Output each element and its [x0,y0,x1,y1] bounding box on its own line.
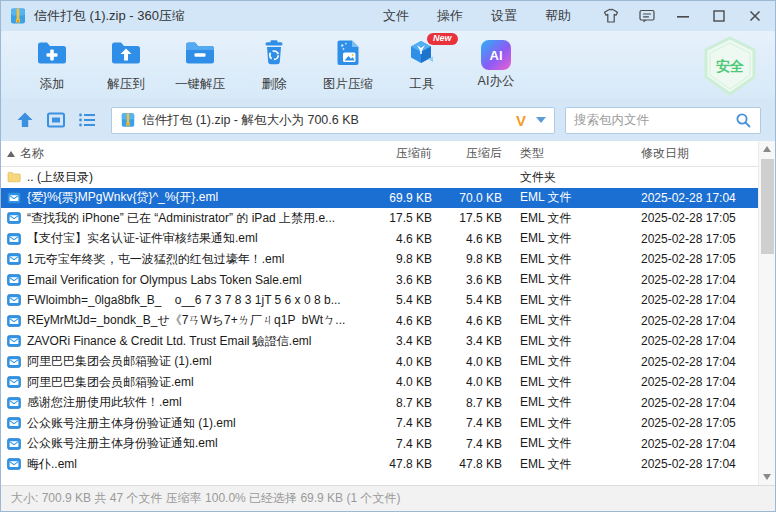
add-button[interactable]: 添加 [15,35,89,95]
image-compress-button[interactable]: 图片压缩 [311,35,385,95]
folder-plus-icon [34,37,70,73]
safety-shield-badge[interactable]: 安全 [699,35,761,101]
table-row[interactable]: 感谢您注册使用此软件！.eml 8.7 KB 8.7 KB EML 文件 202… [1,393,758,414]
title-bar: 信件打包 (1).zip - 360压缩 文件 操作 设置 帮助 [1,1,775,31]
file-name: 阿里巴巴集团会员邮箱验证.eml [27,374,194,391]
header-type[interactable]: 类型 [502,145,620,162]
file-name: REyMrMtJd=_bondk_B_せ《7ㄢWち7+ㄌ厂ㄐq1P bWtㄅ..… [27,312,345,329]
size-after: 3.6 KB [432,273,502,287]
table-row[interactable]: .. (上级目录) 文件夹 [1,167,758,188]
file-date: 2025-02-28 17:04 [620,314,758,328]
eml-file-icon [7,233,21,245]
file-name: Email Verification for Olympus Labs Toke… [27,273,302,287]
one-click-extract-button[interactable]: 一键解压 [163,35,237,95]
file-list-panel: 名称 压缩前 压缩后 类型 修改日期 .. (上级目录) [1,141,775,485]
delete-trash-icon [256,37,292,73]
size-before: 69.9 KB [360,191,432,205]
eml-file-icon [7,356,21,368]
header-date[interactable]: 修改日期 [620,145,758,162]
file-name: 公众账号注册主体身份验证通知 (1).eml [27,415,236,432]
file-type: EML 文件 [502,292,620,309]
vertical-scrollbar[interactable] [758,141,775,485]
toolbar-label: 解压到 [107,76,145,93]
file-type: 文件夹 [502,169,620,186]
scrollbar-thumb[interactable] [761,159,774,254]
file-name: “查找我的 iPhone” 已在 “Administrator” 的 iPad … [27,210,335,227]
file-name: FWloimbh=_0lga8bfk_B_ o__6 7 3 7 8 3 1jT… [27,293,341,307]
toolbar-label: AI办公 [478,73,515,90]
up-directory-icon[interactable] [15,109,36,131]
size-after: 5.4 KB [432,293,502,307]
size-after: 17.5 KB [432,211,502,225]
size-before: 17.5 KB [360,211,432,225]
file-date: 2025-02-28 17:04 [620,273,758,287]
header-size-after[interactable]: 压缩后 [432,145,502,162]
thumbnail-view-icon[interactable] [46,109,67,131]
table-row[interactable]: REyMrMtJd=_bondk_B_せ《7ㄢWち7+ㄌ厂ㄐq1P bWtㄅ..… [1,311,758,332]
size-after: 4.0 KB [432,355,502,369]
size-before: 4.6 KB [360,232,432,246]
feedback-icon[interactable] [637,6,657,26]
maximize-icon[interactable] [709,6,729,26]
file-date: 2025-02-28 17:04 [620,457,758,471]
header-size-before[interactable]: 压缩前 [360,145,432,162]
menu-settings[interactable]: 设置 [491,7,517,25]
menu-actions[interactable]: 操作 [437,7,463,25]
window-title: 信件打包 (1).zip - 360压缩 [34,7,185,25]
skin-theme-icon[interactable] [601,6,621,26]
eml-file-icon [7,458,21,470]
table-row[interactable]: 阿里巴巴集团会员邮箱验证 (1).eml 4.0 KB 4.0 KB EML 文… [1,352,758,373]
minimize-icon[interactable] [673,6,693,26]
file-type: EML 文件 [502,230,620,247]
file-name: ZAVORi Finance & Credit Ltd. Trust Email… [27,333,312,350]
file-name: 感谢您注册使用此软件！.eml [27,394,182,411]
menu-file[interactable]: 文件 [383,7,409,25]
table-row[interactable]: FWloimbh=_0lga8bfk_B_ o__6 7 3 7 8 3 1jT… [1,290,758,311]
table-row[interactable]: 晦仆..eml 47.8 KB 47.8 KB EML 文件 2025-02-2… [1,454,758,475]
toolbar-label: 图片压缩 [323,76,373,93]
table-row[interactable]: {爱}%{票}MPgWnkv{贷}^_%{开}.eml 69.9 KB 70.0… [1,188,758,209]
file-date: 2025-02-28 17:05 [620,416,758,430]
scroll-up-icon[interactable] [759,141,775,157]
close-icon[interactable] [745,6,765,26]
file-date: 2025-02-28 17:04 [620,355,758,369]
eml-file-icon [7,417,21,429]
table-row[interactable]: 1元夺宝年终奖，屯一波猛烈的红包过壕年！.eml 9.8 KB 9.8 KB E… [1,249,758,270]
eml-file-icon [7,253,21,265]
file-type: EML 文件 [502,333,620,350]
file-type: EML 文件 [502,353,620,370]
ai-office-button[interactable]: AI AI办公 [459,35,533,95]
search-input[interactable] [574,113,735,127]
menu-help[interactable]: 帮助 [545,7,571,25]
scroll-down-icon[interactable] [759,469,775,485]
eml-file-icon [7,376,21,388]
table-row[interactable]: “查找我的 iPhone” 已在 “Administrator” 的 iPad … [1,208,758,229]
table-row[interactable]: Email Verification for Olympus Labs Toke… [1,270,758,291]
combobox-dropdown-icon[interactable] [536,117,546,123]
size-after: 70.0 KB [432,191,502,205]
table-row[interactable]: 公众账号注册主体身份验证通知 (1).eml 7.4 KB 7.4 KB EML… [1,413,758,434]
file-type: EML 文件 [502,312,620,329]
extract-to-button[interactable]: 解压到 [89,35,163,95]
tools-button[interactable]: New 工具 [385,35,459,95]
delete-button[interactable]: 删除 [237,35,311,95]
file-date: 2025-02-28 17:05 [620,252,758,266]
table-row[interactable]: 公众账号注册主体身份验证通知.eml 7.4 KB 7.4 KB EML 文件 … [1,434,758,455]
eml-file-icon [7,212,21,224]
table-row[interactable]: 阿里巴巴集团会员邮箱验证.eml 4.0 KB 4.0 KB EML 文件 20… [1,372,758,393]
list-view-icon[interactable] [76,109,97,131]
toolbar-label: 添加 [40,76,65,93]
table-row[interactable]: 【支付宝】实名认证-证件审核结果通知.eml 4.6 KB 4.6 KB EML… [1,229,758,250]
archive-path-combobox[interactable]: 信件打包 (1).zip - 解包大小为 700.6 KB V [111,107,555,134]
header-name[interactable]: 名称 [1,145,360,162]
toolbar-label: 删除 [262,76,287,93]
size-before: 4.6 KB [360,314,432,328]
search-icon[interactable] [735,112,752,129]
table-row[interactable]: ZAVORi Finance & Credit Ltd. Trust Email… [1,331,758,352]
file-date: 2025-02-28 17:04 [620,191,758,205]
scrollbar-track[interactable] [759,157,775,469]
eml-file-icon [7,397,21,409]
folder-icon [7,171,21,183]
eml-file-icon [7,192,21,204]
file-type: EML 文件 [502,251,620,268]
